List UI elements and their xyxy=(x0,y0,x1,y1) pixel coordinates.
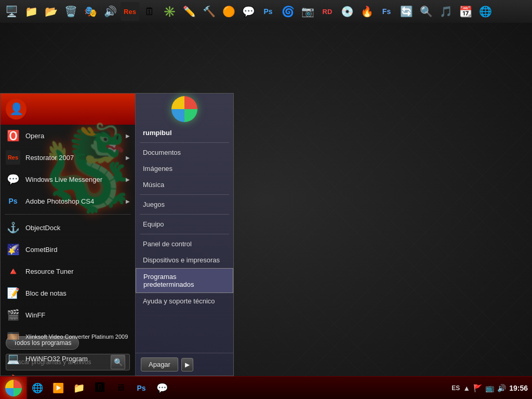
wlm-arrow-icon: ▶ xyxy=(126,177,130,182)
messenger-icon[interactable]: 💬 xyxy=(239,2,258,21)
menu-item-notepad[interactable]: 📝 Bloc de notas xyxy=(1,282,135,304)
restorator-arrow-icon: ▶ xyxy=(126,155,130,161)
tray-lang[interactable]: ES xyxy=(451,384,460,392)
right-menu-music[interactable]: Música xyxy=(136,177,233,193)
tray-flag[interactable]: 🚩 xyxy=(473,384,482,392)
right-menu-documents[interactable]: Documentos xyxy=(136,144,233,161)
taskbar-opera[interactable]: 🅾 xyxy=(90,379,109,397)
menu-right-panel: rumpibul Documentos Imágenes Música Jueg… xyxy=(135,93,234,376)
menu-item-restorator[interactable]: Res Restorator 2007 ▶ xyxy=(1,147,135,168)
resource-tuner-icon: 🔺 xyxy=(6,264,20,278)
speaker-icon[interactable]: 🔊 xyxy=(101,2,119,21)
recycle-bin-icon[interactable]: 🗑️ xyxy=(61,2,80,21)
orange-app-icon[interactable]: 🟠 xyxy=(219,2,238,21)
flame-icon[interactable]: 🔥 xyxy=(357,2,376,21)
fs-icon[interactable]: Fs xyxy=(377,2,396,21)
notepad-icon: 📝 xyxy=(6,286,20,300)
search-top-icon[interactable]: 🔍 xyxy=(417,2,435,21)
tray-volume[interactable]: 🔊 xyxy=(497,384,506,392)
menu-item-opera[interactable]: 🅾️ Opera ▶ xyxy=(1,125,135,147)
opera-arrow-icon: ▶ xyxy=(126,133,130,139)
menu-item-resource-tuner-label: Resource Tuner xyxy=(25,268,130,275)
calendar2-icon[interactable]: 📆 xyxy=(456,2,475,21)
menu-item-resource-tuner[interactable]: 🔺 Resource Tuner xyxy=(1,260,135,282)
taskbar-ie[interactable]: 🌐 xyxy=(28,379,47,397)
vlc-icon[interactable]: 🎭 xyxy=(81,2,100,21)
restorator-menu-icon: Res xyxy=(6,150,20,165)
shutdown-arrow-button[interactable]: ▶ xyxy=(181,358,193,371)
hwinfo-icon: 💻 xyxy=(6,351,20,366)
menu-item-objectdock[interactable]: ⚓ ObjectDock xyxy=(1,217,135,238)
taskbar-rdweb[interactable]: 🖥 xyxy=(111,379,130,397)
right-menu-devices[interactable]: Dispositivos e impresoras xyxy=(136,252,233,268)
menu-item-wlm[interactable]: 💬 Windows Live Messenger ▶ xyxy=(1,168,135,190)
restorator-icon[interactable]: Res xyxy=(121,2,139,21)
ccleaner-icon[interactable]: 🌀 xyxy=(278,2,297,21)
shutdown-button[interactable]: Apagar xyxy=(141,357,178,371)
menu-item-xlinksoft-label: Xlinksoft Video Converter Platinum 2009 xyxy=(25,334,130,340)
my-computer-icon[interactable]: 🖥️ xyxy=(2,2,21,21)
right-menu-control-panel[interactable]: Panel de control xyxy=(136,236,233,252)
menu-item-notepad-label: Bloc de notas xyxy=(25,289,130,297)
menu-item-photoshop-label: Adobe Photoshop CS4 xyxy=(25,197,121,205)
shutdown-bar: Apagar ▶ xyxy=(136,353,233,376)
right-menu-default-programs[interactable]: Programas predeterminados xyxy=(136,268,233,293)
dvd-icon[interactable]: 💿 xyxy=(338,2,356,21)
taskbar-photoshop[interactable]: Ps xyxy=(132,379,151,397)
wlm-icon: 💬 xyxy=(6,172,20,187)
top-bar: 🖥️ 📁 📂 🗑️ 🎭 🔊 Res 🗓 ✳️ ✏️ 🔨 🟠 💬 Ps 🌀 📷 R… xyxy=(0,0,532,23)
menu-item-objectdock-label: ObjectDock xyxy=(25,224,130,232)
photoshop-menu-icon: Ps xyxy=(6,194,20,208)
audio-settings-icon[interactable]: 🎵 xyxy=(436,2,455,21)
menu-item-cometbird[interactable]: 🌠 CometBird xyxy=(1,238,135,260)
sketchup-icon[interactable]: ✳️ xyxy=(160,2,179,21)
right-sep-1 xyxy=(140,142,229,143)
objectdock-icon: ⚓ xyxy=(6,220,20,235)
avatar: 👤 xyxy=(6,99,26,119)
paint-icon[interactable]: ✏️ xyxy=(180,2,198,21)
opera-icon: 🅾️ xyxy=(6,128,20,143)
folder-icon[interactable]: 📁 xyxy=(22,2,41,21)
menu-item-ashampoo[interactable]: 🔥 Ashampoo Burning Studio 6 FREE xyxy=(1,369,135,376)
menu-item-photoshop[interactable]: Ps Adobe Photoshop CS4 ▶ xyxy=(1,190,135,212)
ashampoo-icon: 🔥 xyxy=(6,373,20,376)
menu-item-xlinksoft[interactable]: 🎞️ Xlinksoft Video Converter Platinum 20… xyxy=(1,326,135,348)
desktop: 🖥️ 📁 📂 🗑️ 🎭 🔊 Res 🗓 ✳️ ✏️ 🔨 🟠 💬 Ps 🌀 📷 R… xyxy=(0,0,532,399)
start-button[interactable] xyxy=(0,377,27,400)
tray-monitor[interactable]: 📺 xyxy=(485,384,494,392)
right-sep-3 xyxy=(140,214,229,215)
taskbar-explorer[interactable]: 📁 xyxy=(70,379,88,397)
menu-item-hwinfo-label: HWiNFO32 Program xyxy=(25,355,130,363)
menu-left-panel: 👤 🅾️ Opera ▶ Res Restorator 2007 ▶ 💬 Win… xyxy=(0,93,135,376)
taskbar: 🌐 ▶️ 📁 🅾 🖥 Ps 💬 ES ▲ 🚩 📺 🔊 19:56 xyxy=(0,376,532,399)
right-sep-4 xyxy=(140,234,229,234)
right-menu-images[interactable]: Imágenes xyxy=(136,161,233,177)
photoshop-arrow-icon: ▶ xyxy=(126,198,130,204)
calendar-icon[interactable]: 🗓 xyxy=(140,2,159,21)
network-icon[interactable]: 🌐 xyxy=(476,2,495,21)
right-menu-games[interactable]: Juegos xyxy=(136,196,233,212)
menu-item-cometbird-label: CometBird xyxy=(25,246,130,254)
taskbar-media-player[interactable]: ▶️ xyxy=(49,379,68,397)
taskbar-messenger[interactable]: 💬 xyxy=(153,379,171,397)
separator-1 xyxy=(5,214,131,215)
taskbar-right: ES ▲ 🚩 📺 🔊 19:56 xyxy=(451,384,532,392)
menu-item-hwinfo[interactable]: 💻 HWiNFO32 Program xyxy=(1,348,135,369)
menu-item-restorator-label: Restorator 2007 xyxy=(25,154,121,162)
menu-item-wlm-label: Windows Live Messenger xyxy=(25,176,121,183)
menu-item-opera-label: Opera xyxy=(25,132,121,140)
menu-item-winff[interactable]: 🎬 WinFF xyxy=(1,304,135,326)
right-menu-computer[interactable]: Equipo xyxy=(136,216,233,232)
rd-icon[interactable]: RD xyxy=(318,2,337,21)
menu-right-header xyxy=(136,94,233,125)
files-icon[interactable]: 📂 xyxy=(42,2,60,21)
right-menu-help[interactable]: Ayuda y soporte técnico xyxy=(136,293,233,309)
camera-icon[interactable]: 📷 xyxy=(298,2,317,21)
tray-arrow-up[interactable]: ▲ xyxy=(463,384,470,392)
photoshop-icon[interactable]: Ps xyxy=(259,2,277,21)
right-menu-username[interactable]: rumpibul xyxy=(136,125,233,141)
menu-left-header: 👤 xyxy=(1,94,135,125)
windows-start-orb xyxy=(5,380,22,396)
hammer-icon[interactable]: 🔨 xyxy=(200,2,218,21)
refresh-icon[interactable]: 🔄 xyxy=(397,2,416,21)
